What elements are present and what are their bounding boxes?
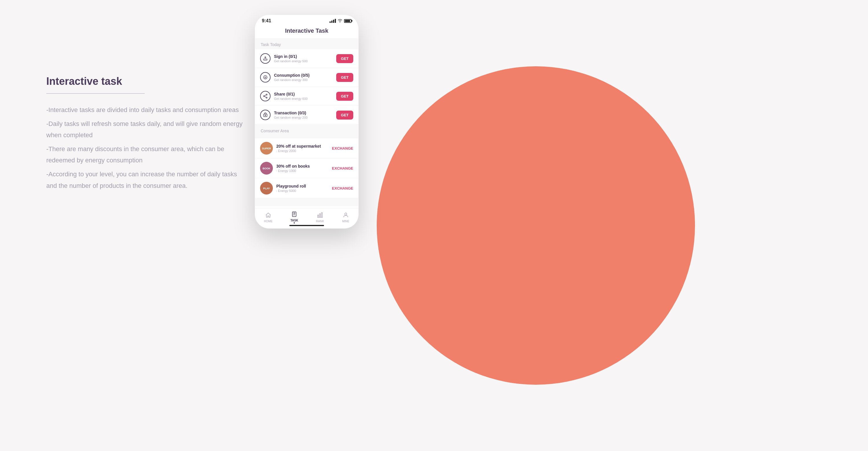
books-energy: · Energy 1000 xyxy=(276,169,329,173)
desc-line-2: -Daily tasks will refresh some tasks dai… xyxy=(46,118,249,141)
consumption-info: Consumption (0/5) Get random energy 300 xyxy=(274,73,333,82)
nav-item-home[interactable]: HOME xyxy=(264,211,273,223)
app-content[interactable]: Task Today Sign in (0/1) Get random ener… xyxy=(255,38,359,206)
signin-name: Sign in (0/1) xyxy=(274,54,333,59)
consumption-icon xyxy=(260,72,271,83)
task-item-transaction: Transaction (0/3) Get random energy 200 … xyxy=(255,106,359,124)
status-time: 9:41 xyxy=(262,18,271,24)
home-icon xyxy=(265,211,272,219)
task-item-consumption: Consumption (0/5) Get random energy 300 … xyxy=(255,68,359,87)
task-icon xyxy=(290,210,298,218)
task-list: Sign in (0/1) Get random energy 500 GET xyxy=(255,49,359,124)
transaction-name: Transaction (0/3) xyxy=(274,111,333,115)
svg-line-6 xyxy=(265,96,266,97)
rank-icon xyxy=(316,211,324,219)
svg-rect-18 xyxy=(321,212,322,217)
svg-rect-7 xyxy=(264,114,267,117)
mine-icon xyxy=(342,211,349,219)
svg-point-19 xyxy=(345,213,347,215)
wifi-icon xyxy=(338,19,342,23)
svg-text:SUPER: SUPER xyxy=(262,147,271,150)
svg-point-8 xyxy=(265,115,266,116)
supermarket-info: 20% off at supermarket · Energy 2000 xyxy=(276,144,329,153)
nav-item-rank[interactable]: RANK xyxy=(316,211,324,223)
task-item-share: Share (0/1) Get random energy 600 GET xyxy=(255,87,359,106)
consumer-item-playground: PLAY Playground roll · Energy 5000 EXCHA… xyxy=(255,178,359,198)
task-item-signin: Sign in (0/1) Get random energy 500 GET xyxy=(255,49,359,68)
nav-label-task: TASK xyxy=(290,219,298,222)
nav-item-mine[interactable]: MINE xyxy=(342,211,349,223)
supermarket-energy: · Energy 2000 xyxy=(276,149,329,153)
signin-get-button[interactable]: GET xyxy=(336,54,353,63)
left-title: Interactive task xyxy=(46,75,249,87)
books-info: 30% off on books · Energy 1000 xyxy=(276,164,329,173)
transaction-info: Transaction (0/3) Get random energy 200 xyxy=(274,111,333,119)
svg-line-5 xyxy=(265,95,266,96)
share-desc: Get random energy 600 xyxy=(274,97,333,100)
svg-point-3 xyxy=(264,95,265,97)
home-indicator xyxy=(289,225,324,226)
signin-desc: Get random energy 500 xyxy=(274,59,333,63)
desc-line-3: -There are many discounts in the consume… xyxy=(46,143,249,166)
books-thumb: BOOK xyxy=(260,162,273,175)
consumer-section-label: Consumer Area xyxy=(255,124,359,136)
battery-icon xyxy=(344,19,351,23)
signal-icon xyxy=(330,19,336,23)
signin-icon xyxy=(260,53,271,64)
signin-info: Sign in (0/1) Get random energy 500 xyxy=(274,54,333,63)
svg-rect-17 xyxy=(319,214,320,217)
consumer-item-books: BOOK 30% off on books · Energy 1000 EXCH… xyxy=(255,158,359,178)
nav-label-rank: RANK xyxy=(316,220,324,223)
phone-frame: 9:41 Interactive Task xyxy=(255,14,359,229)
nav-active-dot-task xyxy=(294,222,295,223)
consumer-item-supermarket: SUPER 20% off at supermarket · Energy 20… xyxy=(255,139,359,158)
desc-line-1: -Interactive tasks are divided into dail… xyxy=(46,104,249,116)
status-icons xyxy=(330,19,351,23)
svg-rect-16 xyxy=(318,215,319,217)
books-exchange-button[interactable]: EXCHANGE xyxy=(332,166,353,171)
share-name: Share (0/1) xyxy=(274,92,333,96)
app-header: Interactive Task xyxy=(255,25,359,38)
nav-item-task[interactable]: TASK xyxy=(290,210,298,223)
task-section-label: Task Today xyxy=(255,38,359,49)
nav-label-mine: MINE xyxy=(342,220,349,223)
app-title: Interactive Task xyxy=(285,28,329,34)
status-bar: 9:41 xyxy=(255,15,359,25)
nav-label-home: HOME xyxy=(264,220,273,223)
consumption-name: Consumption (0/5) xyxy=(274,73,333,78)
svg-text:BOOK: BOOK xyxy=(263,167,271,170)
playground-info: Playground roll · Energy 5000 xyxy=(276,184,329,192)
consumption-get-button[interactable]: GET xyxy=(336,73,353,82)
background-circle xyxy=(377,66,695,385)
left-panel: Interactive task -Interactive tasks are … xyxy=(46,75,249,191)
svg-point-2 xyxy=(266,94,267,95)
share-info: Share (0/1) Get random energy 600 xyxy=(274,92,333,100)
playground-name: Playground roll xyxy=(276,184,329,188)
playground-energy: · Energy 5000 xyxy=(276,189,329,192)
svg-text:PLAY: PLAY xyxy=(263,187,270,190)
consumer-list: SUPER 20% off at supermarket · Energy 20… xyxy=(255,139,359,198)
transaction-desc: Get random energy 200 xyxy=(274,116,333,119)
playground-thumb: PLAY xyxy=(260,182,273,194)
transaction-icon xyxy=(260,110,271,120)
supermarket-thumb: SUPER xyxy=(260,142,273,155)
books-name: 30% off on books xyxy=(276,164,329,169)
phone-mockup: 9:41 Interactive Task xyxy=(255,14,359,229)
desc-line-4: -According to your level, you can increa… xyxy=(46,169,249,191)
supermarket-exchange-button[interactable]: EXCHANGE xyxy=(332,146,353,151)
left-divider xyxy=(46,93,145,94)
playground-exchange-button[interactable]: EXCHANGE xyxy=(332,186,353,190)
share-get-button[interactable]: GET xyxy=(336,92,353,101)
share-icon xyxy=(260,91,271,101)
svg-rect-15 xyxy=(292,212,296,217)
svg-point-4 xyxy=(266,97,267,98)
left-description: -Interactive tasks are divided into dail… xyxy=(46,104,249,191)
transaction-get-button[interactable]: GET xyxy=(336,111,353,120)
supermarket-name: 20% off at supermarket xyxy=(276,144,329,149)
svg-rect-0 xyxy=(264,59,267,60)
consumption-desc: Get random energy 300 xyxy=(274,78,333,82)
